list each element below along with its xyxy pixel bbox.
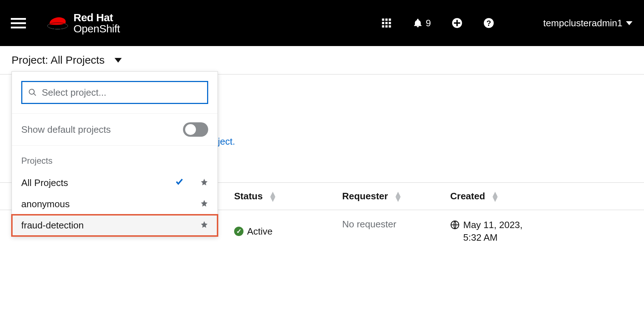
check-icon	[175, 177, 184, 189]
caret-down-icon	[115, 58, 122, 63]
sort-icon: ▲▼	[394, 191, 402, 201]
star-icon[interactable]	[200, 220, 208, 231]
project-option-label: All Projects	[21, 177, 175, 189]
svg-rect-8	[382, 25, 384, 27]
plus-circle-icon	[452, 18, 462, 28]
svg-rect-2	[382, 19, 384, 21]
svg-rect-6	[385, 22, 388, 24]
cell-requester: No requester	[342, 219, 450, 244]
project-search-field[interactable]	[21, 81, 208, 104]
project-label-prefix: Project:	[12, 54, 48, 66]
show-default-projects-label: Show default projects	[21, 124, 111, 135]
svg-rect-13	[454, 22, 461, 24]
hamburger-menu-button[interactable]	[11, 15, 27, 31]
question-circle-icon: ?	[483, 18, 494, 28]
project-current-value: All Projects	[50, 54, 104, 66]
search-icon	[28, 88, 37, 97]
svg-text:?: ?	[487, 19, 491, 28]
project-search-input[interactable]	[42, 87, 201, 98]
notifications-button[interactable]: 9	[413, 18, 431, 29]
project-dropdown-panel: Show default projects Projects All Proje…	[12, 71, 218, 236]
status-ok-icon	[234, 227, 243, 236]
sort-icon: ▲▼	[491, 191, 500, 201]
project-selector-toggle[interactable]: Project: All Projects	[12, 54, 644, 66]
help-button[interactable]: ?	[483, 18, 494, 28]
caret-down-icon	[626, 21, 632, 25]
quick-add-button[interactable]	[452, 18, 462, 28]
partial-link-text[interactable]: ject.	[218, 136, 235, 147]
column-header-status[interactable]: Status ▲▼	[234, 191, 342, 202]
project-option-anonymous[interactable]: anonymous	[12, 194, 218, 215]
column-header-created[interactable]: Created ▲▼	[450, 191, 558, 202]
app-launcher-button[interactable]	[381, 18, 392, 28]
star-icon[interactable]	[200, 199, 208, 210]
grid-icon	[381, 18, 392, 28]
svg-rect-5	[382, 22, 384, 24]
star-icon[interactable]	[200, 177, 208, 189]
project-option-label: anonymous	[21, 199, 200, 210]
svg-rect-10	[389, 25, 391, 27]
sort-icon: ▲▼	[268, 191, 277, 201]
project-selector-bar: Project: All Projects	[0, 46, 644, 74]
svg-rect-9	[385, 25, 388, 27]
current-username: tempclusteradmin1	[543, 18, 622, 29]
globe-icon	[450, 220, 460, 230]
column-header-requester[interactable]: Requester ▲▼	[342, 191, 450, 202]
project-option-all[interactable]: All Projects	[12, 172, 218, 194]
red-hat-fedora-icon	[47, 15, 68, 31]
notification-count: 9	[426, 18, 431, 29]
project-option-label: fraud-detection	[21, 220, 200, 231]
brand-name-top: Red Hat	[73, 12, 120, 23]
project-option-fraud-detection[interactable]: fraud-detection	[12, 215, 218, 236]
brand-name-bottom: OpenShift	[73, 23, 120, 35]
cell-status: Active	[234, 219, 342, 244]
top-navigation-bar: Red Hat OpenShift 9	[0, 0, 644, 46]
show-default-projects-row: Show default projects	[12, 114, 218, 146]
brand-logo[interactable]: Red Hat OpenShift	[47, 12, 120, 35]
show-default-projects-switch[interactable]	[183, 122, 208, 137]
user-menu-toggle[interactable]: tempclusteradmin1	[543, 18, 632, 29]
projects-section-label: Projects	[12, 146, 218, 172]
svg-rect-7	[389, 22, 391, 24]
bell-icon	[413, 18, 423, 28]
cell-created: May 11, 2023, 5:32 AM	[450, 219, 558, 244]
svg-rect-3	[385, 19, 388, 21]
svg-rect-4	[389, 19, 391, 21]
